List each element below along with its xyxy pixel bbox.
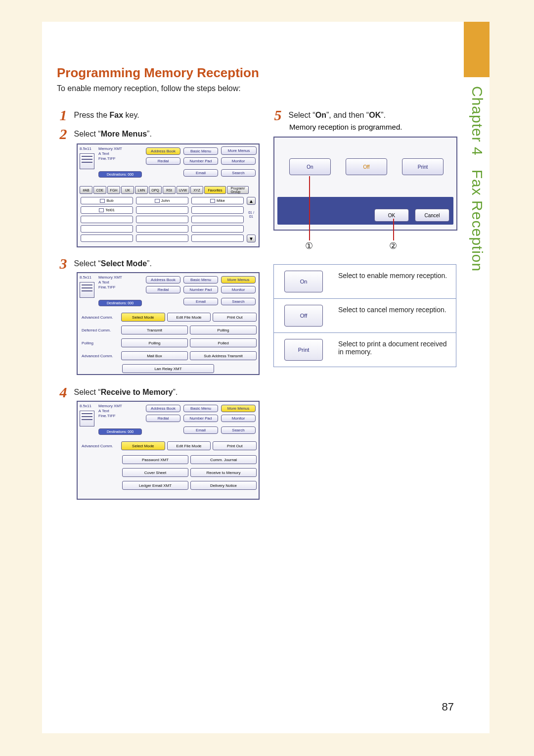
email-button[interactable]: Email bbox=[183, 426, 218, 434]
address-book-button[interactable]: Address Book bbox=[146, 276, 180, 284]
contact-item[interactable]: Tel01 bbox=[81, 206, 133, 214]
contact-item[interactable] bbox=[81, 225, 133, 233]
more-menus-button[interactable]: More Menus bbox=[221, 146, 257, 155]
select-mode-button[interactable]: Select Mode bbox=[121, 441, 165, 450]
contact-item[interactable] bbox=[81, 235, 133, 242]
document-icon bbox=[80, 153, 94, 169]
step-4: 4 Select “Receive to Memory”. bbox=[55, 384, 178, 401]
contact-item[interactable] bbox=[136, 216, 188, 223]
number-pad-button[interactable]: Number Pad bbox=[183, 286, 218, 293]
alpha-tab[interactable]: CDE bbox=[93, 186, 106, 194]
basic-menu-button[interactable]: Basic Menu bbox=[183, 276, 218, 284]
explain-row-print: Print Select to print a document receive… bbox=[274, 332, 456, 367]
contact-item[interactable] bbox=[191, 235, 244, 242]
on-button[interactable]: On bbox=[289, 158, 331, 175]
contact-item[interactable] bbox=[136, 235, 188, 242]
transmit-button[interactable]: Transmit bbox=[121, 326, 188, 334]
cover-sheet-button[interactable]: Cover Sheet bbox=[122, 468, 188, 477]
document-icon bbox=[80, 411, 94, 426]
document-icon bbox=[80, 282, 94, 298]
intro-text: To enable memory reception, follow the s… bbox=[57, 84, 241, 93]
search-button[interactable]: Search bbox=[221, 169, 256, 177]
delivery-notice-button[interactable]: Delivery Notice bbox=[190, 481, 257, 490]
select-mode-button[interactable]: Select Mode bbox=[121, 313, 165, 322]
program-group-tab[interactable]: Program/ Group bbox=[227, 186, 249, 194]
alpha-tab[interactable]: FGH bbox=[107, 186, 120, 194]
favorites-tab[interactable]: Favorites bbox=[204, 186, 226, 194]
search-button[interactable]: Search bbox=[221, 298, 256, 305]
more-menus-button[interactable]: More Menus bbox=[221, 405, 256, 412]
mail-box-button[interactable]: Mail Box bbox=[121, 351, 188, 360]
chapter-tab: Chapter 4 Fax Reception bbox=[464, 22, 490, 388]
number-pad-button[interactable]: Number Pad bbox=[183, 157, 218, 165]
edit-file-mode-button[interactable]: Edit File Mode bbox=[167, 441, 211, 450]
alpha-tab[interactable]: XYZ bbox=[190, 186, 203, 194]
redial-button[interactable]: Redial bbox=[146, 286, 180, 293]
password-xmt-button[interactable]: Password XMT bbox=[122, 455, 188, 464]
chapter-label: Chapter 4 bbox=[469, 86, 486, 156]
receive-to-memory-button[interactable]: Receive to Memory bbox=[190, 468, 257, 477]
contact-item[interactable] bbox=[191, 225, 244, 233]
contact-item[interactable]: John bbox=[136, 197, 188, 204]
step-3: 3 Select “Select Mode”. bbox=[55, 255, 152, 272]
section-label: Fax Reception bbox=[469, 170, 486, 272]
contact-item[interactable] bbox=[191, 216, 244, 223]
contact-item[interactable] bbox=[81, 216, 133, 223]
alpha-tab[interactable]: UVW bbox=[177, 186, 189, 194]
address-book-button[interactable]: Address Book bbox=[146, 405, 180, 412]
step-text: Select “Receive to Memory”. bbox=[74, 388, 178, 396]
monitor-button[interactable]: Monitor bbox=[221, 286, 256, 293]
print-out-button[interactable]: Print Out bbox=[213, 441, 257, 450]
contact-item[interactable]: Bob bbox=[81, 197, 133, 204]
envelope-icon bbox=[155, 199, 160, 203]
print-out-button[interactable]: Print Out bbox=[213, 313, 257, 322]
scroll-up-button[interactable]: ▲ bbox=[247, 197, 256, 205]
off-button[interactable]: Off bbox=[346, 158, 387, 175]
monitor-button[interactable]: Monitor bbox=[221, 415, 256, 422]
explain-btn-cell: Print bbox=[274, 333, 333, 367]
envelope-icon bbox=[99, 208, 104, 212]
alpha-tab[interactable]: RSt bbox=[163, 186, 176, 194]
info-lines: Memory XMT A Text Fine.TIFF bbox=[98, 146, 122, 161]
alpha-tab[interactable]: IJK bbox=[121, 186, 134, 194]
alpha-tab[interactable]: OPQ bbox=[149, 186, 162, 194]
number-pad-button[interactable]: Number Pad bbox=[183, 415, 218, 422]
page-indicator: 01 / 01 bbox=[247, 211, 256, 219]
address-book-button[interactable]: Address Book bbox=[146, 147, 180, 155]
alpha-tab[interactable]: #AB bbox=[80, 186, 92, 194]
ok-button[interactable]: OK bbox=[374, 209, 409, 222]
email-button[interactable]: Email bbox=[183, 169, 218, 177]
contact-item[interactable] bbox=[136, 206, 188, 214]
redial-button[interactable]: Redial bbox=[146, 415, 180, 422]
more-menus-button[interactable]: More Menus bbox=[221, 276, 256, 284]
polling-button[interactable]: Polling bbox=[121, 338, 188, 347]
callout-1: ① bbox=[305, 240, 313, 251]
step-number: 3 bbox=[55, 255, 72, 272]
callout-line bbox=[309, 176, 310, 240]
monitor-button[interactable]: Monitor bbox=[221, 157, 256, 165]
basic-menu-button[interactable]: Basic Menu bbox=[183, 147, 218, 155]
step-number: 5 bbox=[269, 107, 286, 124]
polled-button[interactable]: Polled bbox=[190, 338, 257, 347]
basic-menu-button[interactable]: Basic Menu bbox=[183, 405, 218, 412]
lan-relay-xmt-button[interactable]: Lan Relay XMT bbox=[122, 364, 214, 373]
ledger-email-xmt-button[interactable]: Ledger Email XMT bbox=[122, 481, 188, 490]
sub-address-transmit-button[interactable]: Sub Address Transmit bbox=[190, 351, 257, 360]
contact-item[interactable]: Mike bbox=[191, 197, 244, 204]
alpha-tab[interactable]: LMN bbox=[135, 186, 148, 194]
polling-button[interactable]: Polling bbox=[190, 326, 257, 334]
row-label: Advanced Comm. bbox=[80, 313, 119, 322]
info-block: 8.5x11 bbox=[80, 275, 91, 280]
comm-journal-button[interactable]: Comm. Journal bbox=[190, 455, 257, 464]
redial-button[interactable]: Redial bbox=[146, 157, 180, 165]
cancel-button[interactable]: Cancel bbox=[415, 209, 449, 222]
contact-item[interactable] bbox=[191, 206, 244, 214]
edit-file-mode-button[interactable]: Edit File Mode bbox=[167, 313, 211, 322]
print-button[interactable]: Print bbox=[402, 158, 444, 175]
contact-item[interactable] bbox=[136, 225, 188, 233]
search-button[interactable]: Search bbox=[221, 426, 256, 434]
email-button[interactable]: Email bbox=[183, 298, 218, 305]
explanation-table: On Select to enable memory reception. Of… bbox=[273, 264, 456, 367]
row-label: Polling bbox=[80, 338, 119, 347]
scroll-down-button[interactable]: ▼ bbox=[247, 235, 256, 242]
